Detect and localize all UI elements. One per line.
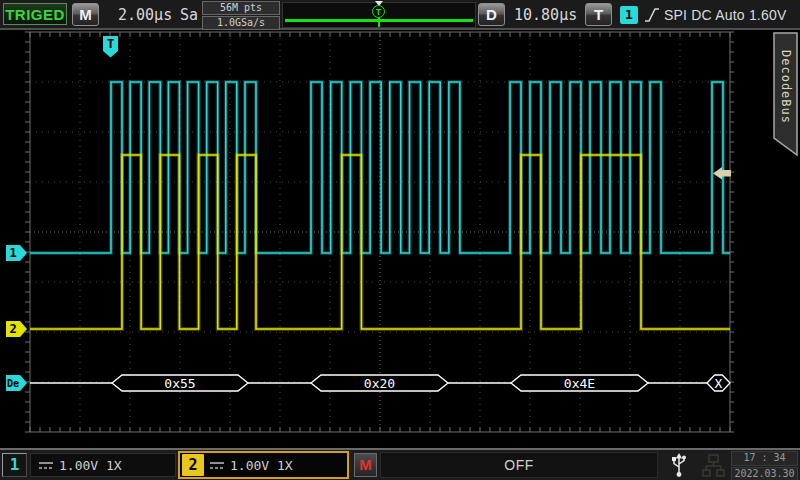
svg-text:De: De xyxy=(7,378,19,389)
dc-coupling-icon xyxy=(209,460,225,471)
system-clock: 17 : 34 2022.03.30 xyxy=(731,451,798,480)
sample-label: Sa xyxy=(180,6,198,24)
trigger-menu-button[interactable]: T xyxy=(585,3,612,26)
usb-indicator xyxy=(661,451,696,480)
trigger-status-badge: TRIGED xyxy=(3,3,67,25)
sample-rate: 1.0GSa/s xyxy=(202,16,280,30)
bottom-status-bar: 1 1.00V 1X 2 1.00V 1X M OFF xyxy=(0,448,800,480)
memory-depth: 56M pts xyxy=(202,1,280,15)
trigger-position-flag[interactable]: T xyxy=(103,36,118,58)
ch1-settings-panel[interactable]: 1.00V 1X xyxy=(30,453,176,477)
svg-text:T: T xyxy=(107,37,114,51)
svg-text:2: 2 xyxy=(9,322,16,336)
decode-frame-value: X xyxy=(715,376,723,391)
trigger-source-badge: 1 xyxy=(620,6,638,24)
decodebus-tab[interactable]: DecodeBus xyxy=(774,33,797,155)
decodebus-tab-label: DecodeBus xyxy=(779,50,793,124)
decode-bus-marker[interactable]: De xyxy=(6,375,27,391)
menu-button-horizontal[interactable]: M xyxy=(72,3,99,26)
delay-button[interactable]: D xyxy=(478,3,505,26)
svg-text:1: 1 xyxy=(9,246,16,260)
oscilloscope-ui: TRIGED M 2.00µs Sa 56M pts 1.0GSa/s T D … xyxy=(0,0,800,480)
trigger-level-arrow[interactable] xyxy=(713,167,731,180)
time-readout: 17 : 34 xyxy=(731,451,798,466)
decode-frame-value: 0x4E xyxy=(564,376,595,391)
top-status-bar: TRIGED M 2.00µs Sa 56M pts 1.0GSa/s T D … xyxy=(0,0,800,30)
timebase-readout: 2.00µs xyxy=(118,6,172,24)
math-badge[interactable]: M xyxy=(354,453,377,477)
ch1-scale-readout: 1.00V 1X xyxy=(59,458,122,473)
trigger-position-marker[interactable]: T xyxy=(372,5,385,18)
usb-icon xyxy=(669,452,689,479)
waveform-canvas: 0x550x200x4EX12DeTDecodeBus xyxy=(0,30,800,448)
ch2-badge[interactable]: 2 xyxy=(182,454,204,476)
rising-edge-icon xyxy=(644,6,661,28)
ch1-waveform-glow xyxy=(30,82,730,253)
ch1-badge[interactable]: 1 xyxy=(2,453,27,477)
date-readout: 2022.03.30 xyxy=(731,467,798,480)
ch2-level-marker[interactable]: 2 xyxy=(6,321,27,337)
ch2-scale-readout: 1.00V 1X xyxy=(230,458,293,473)
ch2-settings-panel[interactable]: 2 1.00V 1X xyxy=(178,451,349,479)
lan-indicator xyxy=(697,451,730,480)
horizontal-delay-readout: 10.80µs xyxy=(514,6,577,24)
waveforms xyxy=(30,82,730,329)
trigger-info-readout: SPI DC Auto 1.60V xyxy=(664,7,786,23)
memory-window-bar: T xyxy=(282,2,476,28)
decode-frame-value: 0x20 xyxy=(364,376,395,391)
dc-coupling-icon xyxy=(38,460,54,471)
acquisition-readout: 56M pts 1.0GSa/s xyxy=(202,1,280,31)
ch1-level-marker[interactable]: 1 xyxy=(6,245,27,261)
decode-bus: 0x550x200x4EX xyxy=(30,375,730,391)
decode-frame-value: 0x55 xyxy=(164,376,195,391)
math-status-panel[interactable]: OFF xyxy=(380,452,658,478)
lan-icon xyxy=(702,453,725,479)
waveform-display: 0x550x200x4EX12DeTDecodeBus xyxy=(0,30,800,448)
